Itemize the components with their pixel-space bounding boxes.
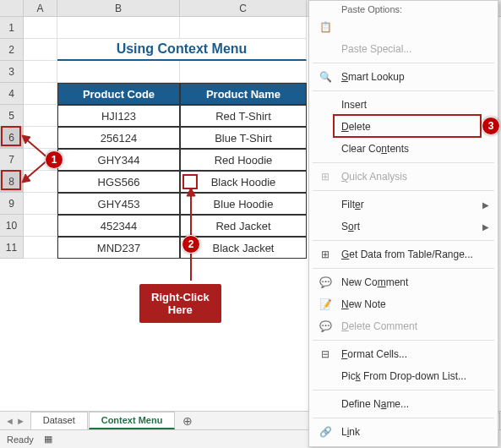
- data-cell[interactable]: Red Jacket: [180, 215, 307, 237]
- cell[interactable]: [24, 83, 57, 105]
- svg-marker-5: [187, 188, 195, 196]
- cell[interactable]: [24, 193, 57, 215]
- filter[interactable]: Filter▶: [309, 194, 498, 216]
- paste-options-label: Paste Options:: [309, 1, 498, 16]
- title-cell[interactable]: Using Context Menu: [57, 39, 307, 61]
- row6-highlight: [1, 126, 21, 146]
- cell[interactable]: [24, 215, 57, 237]
- table-icon: ⊞: [316, 249, 335, 260]
- data-cell[interactable]: GHY344: [57, 149, 180, 171]
- row-header-4[interactable]: 4: [0, 83, 24, 105]
- search-icon: 🔍: [316, 71, 335, 83]
- clear-contents[interactable]: Clear Contents: [309, 138, 498, 160]
- col-header-a[interactable]: A: [24, 0, 57, 16]
- cell[interactable]: [24, 61, 57, 83]
- select-all-corner[interactable]: [0, 0, 24, 16]
- get-data[interactable]: ⊞Get Data from Table/Range...: [309, 243, 498, 265]
- context-menu: Paste Options: 📋 Paste Special... 🔍Smart…: [308, 0, 498, 447]
- data-cell[interactable]: GHY453: [57, 193, 180, 215]
- header-name[interactable]: Product Name: [180, 83, 307, 105]
- col-header-c[interactable]: C: [180, 0, 307, 16]
- macro-icon[interactable]: ▦: [44, 434, 52, 445]
- paste-button: 📋: [309, 16, 498, 38]
- comment-icon: 💬: [316, 276, 335, 288]
- cell[interactable]: [24, 237, 57, 259]
- cell[interactable]: [24, 17, 57, 39]
- tab-context-menu[interactable]: Context Menu: [89, 412, 176, 429]
- new-comment[interactable]: 💬New Comment: [309, 271, 498, 293]
- badge-1: 1: [45, 150, 63, 169]
- insert[interactable]: Insert: [309, 94, 498, 116]
- badge-3: 3: [482, 117, 500, 135]
- data-cell[interactable]: HJI123: [57, 105, 180, 127]
- row8-highlight: [1, 170, 21, 190]
- sort[interactable]: Sort▶: [309, 216, 498, 238]
- badge-2: 2: [182, 235, 200, 254]
- status-ready: Ready: [7, 434, 34, 445]
- cell[interactable]: [24, 39, 57, 61]
- data-cell[interactable]: Blue T-Shirt: [180, 127, 307, 149]
- pick-list[interactable]: Pick From Drop-down List...: [309, 365, 498, 387]
- row-header-11[interactable]: 11: [0, 237, 24, 259]
- format-icon: ⊟: [316, 348, 335, 360]
- quick-analysis: ⊞Quick Analysis: [309, 166, 498, 188]
- delete[interactable]: Delete: [309, 116, 498, 138]
- cell[interactable]: [57, 17, 180, 39]
- paste-special: Paste Special...: [309, 38, 498, 60]
- cell[interactable]: [57, 61, 180, 83]
- add-sheet-button[interactable]: ⊕: [176, 414, 199, 428]
- data-cell[interactable]: MND237: [57, 237, 180, 259]
- tab-next-icon[interactable]: ►: [16, 416, 25, 426]
- data-cell[interactable]: 452344: [57, 215, 180, 237]
- tab-dataset[interactable]: Dataset: [30, 412, 88, 429]
- data-cell[interactable]: Red T-Shirt: [180, 105, 307, 127]
- link[interactable]: 🔗Link: [309, 421, 498, 443]
- cell[interactable]: [180, 61, 307, 83]
- data-cell[interactable]: Blue Hoodie: [180, 193, 307, 215]
- analysis-icon: ⊞: [316, 171, 335, 183]
- new-note[interactable]: 📝New Note: [309, 293, 498, 315]
- link-icon: 🔗: [316, 426, 335, 438]
- delete-comment-icon: 💬: [316, 320, 335, 332]
- chevron-right-icon: ▶: [482, 200, 489, 210]
- data-cell[interactable]: HGS566: [57, 171, 180, 193]
- data-cell[interactable]: Black Hoodie: [180, 171, 307, 193]
- cell[interactable]: [24, 105, 57, 127]
- smart-lookup[interactable]: 🔍Smart Lookup: [309, 66, 498, 88]
- row-header-5[interactable]: 5: [0, 105, 24, 127]
- row-header-2[interactable]: 2: [0, 39, 24, 61]
- row-header-3[interactable]: 3: [0, 61, 24, 83]
- tab-prev-icon[interactable]: ◄: [5, 416, 14, 426]
- format-cells[interactable]: ⊟Format Cells...: [309, 343, 498, 365]
- row-header-9[interactable]: 9: [0, 193, 24, 215]
- row-header-10[interactable]: 10: [0, 215, 24, 237]
- cell[interactable]: [180, 17, 307, 39]
- data-cell[interactable]: 256124: [57, 127, 180, 149]
- delete-comment: 💬Delete Comment: [309, 315, 498, 337]
- header-code[interactable]: Product Code: [57, 83, 180, 105]
- col-header-b[interactable]: B: [57, 0, 180, 16]
- define-name[interactable]: Define Name...: [309, 393, 498, 415]
- chevron-right-icon: ▶: [482, 222, 489, 232]
- arrow-2-to-cell: [186, 188, 196, 281]
- clipboard-icon: 📋: [316, 21, 335, 33]
- row-header-1[interactable]: 1: [0, 17, 24, 39]
- note-icon: 📝: [316, 298, 335, 310]
- data-cell[interactable]: Red Hoodie: [180, 149, 307, 171]
- callout-rightclick: Right-Click Here: [139, 284, 221, 323]
